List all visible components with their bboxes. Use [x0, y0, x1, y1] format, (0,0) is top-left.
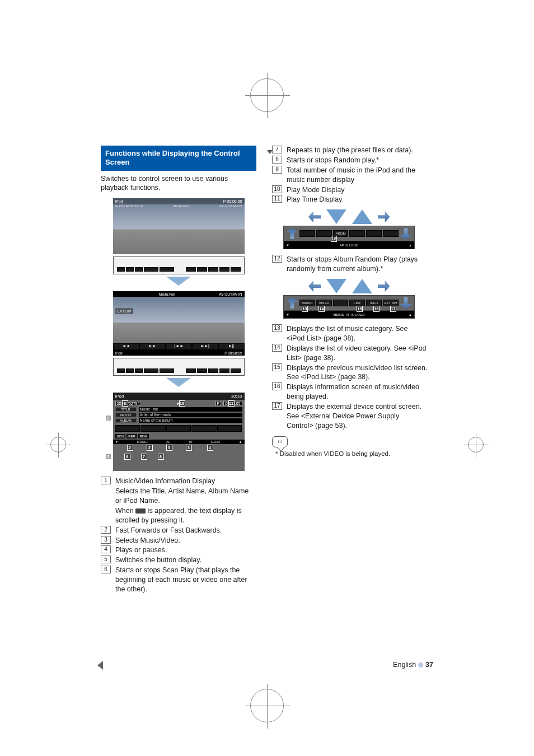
num-14: 14 — [272, 344, 282, 352]
down-arrow-2 — [166, 378, 191, 387]
item-16: Displays information screen of music/vid… — [287, 382, 428, 402]
item-13: Displays the list of music category. See… — [287, 324, 428, 343]
shot3-playp: P — [216, 401, 222, 406]
num-8: 8 — [272, 156, 282, 164]
shot3-clock: 10:10 — [231, 394, 242, 399]
shot1-title-right: P 00:00:00 — [223, 199, 242, 203]
item-10: Play Mode Display — [287, 185, 428, 195]
continue-left-icon — [97, 661, 103, 670]
item-4: Plays or pauses. — [115, 545, 256, 555]
right-list-b: 12Starts or stops Album Random Play (pla… — [272, 255, 428, 274]
num-6: 6 — [101, 566, 111, 573]
num-2: 2 — [101, 526, 111, 534]
screenshot-playback-photo: iPod P 00:00:00 AUTO RDS ST % Mode:Full … — [113, 198, 245, 254]
btn-rdm: RDM — [138, 434, 149, 438]
callout-2b: 2 — [147, 445, 153, 451]
right-list-a: 7Repeats to play (the preset files or da… — [272, 146, 428, 204]
num-1: 1 — [101, 477, 111, 484]
num-12: 12 — [272, 255, 282, 263]
section-heading: Functions while Displaying the Control S… — [101, 146, 256, 171]
callout-14: 14 — [318, 306, 325, 312]
num-15: 15 — [272, 363, 282, 371]
callout-1: 1 — [105, 415, 111, 421]
item-14: Displays the list of video category. See… — [287, 344, 428, 363]
shot3-count: 00002/02794 — [115, 401, 142, 406]
num-13: 13 — [272, 324, 282, 332]
callout-12: 12 — [331, 236, 337, 242]
callout-6: 6 — [124, 454, 130, 460]
item-1c-a: When — [115, 507, 135, 515]
callout-15: 15 — [357, 306, 363, 312]
val-title: Music Title — [139, 407, 242, 412]
item-12: Starts or stops Album Random Play (plays… — [287, 255, 428, 274]
lbl-artist: ARTIST — [115, 413, 137, 417]
scroll-icon — [135, 508, 146, 514]
item-8: Starts or stops Random play.* — [287, 156, 428, 165]
section-subtitle: Switches to control screen to use variou… — [101, 174, 256, 193]
shot1-row2-right: AV-OUT:AV-IN — [219, 204, 242, 208]
btn-scn: SCN — [115, 434, 126, 438]
page-num: 37 — [425, 661, 433, 669]
strip1-foot: AF IN LOUD — [340, 244, 359, 247]
item-11: Play Time Display — [287, 195, 428, 204]
lbl-album: ALBUM — [115, 418, 137, 423]
callout-8: 8 — [158, 454, 164, 460]
val-album: Name of the album — [139, 418, 242, 423]
mini-strip-2: MUSIC VIDEO LIST INFO EXT SW 13 14 15 16… — [283, 277, 415, 319]
shot1-title-left: iPod — [115, 199, 123, 203]
callout-10: 10 — [179, 400, 185, 407]
callout-9: 9 — [122, 400, 128, 407]
item-17: Displays the external device control scr… — [287, 402, 428, 431]
callout-7: 7 — [141, 454, 147, 460]
shot3-title: iPod — [115, 394, 124, 399]
screenshot-control-ui: iPod 10:10 00002/02794 ► P 00:00:05 TITL… — [113, 393, 245, 471]
callout-5: 5 — [105, 454, 111, 460]
down-arrow-1 — [166, 277, 191, 286]
foot-af: AF — [166, 440, 171, 444]
screenshot-control-photo: Mode:Full AV-OUT:AV-IN EXT SW ◄◄►►|◄◄►►|… — [113, 291, 245, 356]
shot2-hdr-center: Mode:Full — [159, 292, 175, 296]
foot-in: IN — [189, 440, 193, 444]
num-3: 3 — [101, 536, 111, 544]
left-list: 1Music/Video Information Display Selects… — [101, 477, 256, 594]
shot2-ft-left: iPod — [115, 351, 123, 355]
foot-loud: LOUD — [211, 440, 221, 444]
shot2-extsw: EXT SW — [115, 308, 134, 314]
val-artist: Artist of the music — [139, 413, 242, 417]
num-7: 7 — [272, 146, 282, 153]
page-dot-icon — [418, 662, 423, 668]
num-5: 5 — [101, 556, 111, 563]
foot-music: MUSIC — [137, 440, 148, 444]
right-column: 7Repeats to play (the preset files or da… — [272, 146, 428, 595]
num-4: 4 — [101, 545, 111, 553]
num-17: 17 — [272, 402, 282, 410]
right-list-c: 13Displays the list of music category. S… — [272, 324, 428, 431]
callout-4: 4 — [207, 445, 213, 451]
page-lang: English — [393, 661, 416, 669]
item-6: Starts or stops Scan Play (that plays th… — [115, 566, 256, 594]
item-5: Switches the button display. — [115, 556, 256, 565]
strip2-foot-center: AF IN LOUD — [346, 313, 365, 316]
num-10: 10 — [272, 185, 282, 193]
callout-17: 17 — [390, 306, 396, 312]
shot1-row2-center: Mode:Full — [174, 204, 189, 208]
footnote: * Disabled when VIDEO is being played. — [272, 450, 428, 459]
num-11: 11 — [272, 195, 282, 203]
strip2-foot-left: MUSIC — [333, 313, 344, 316]
callout-11: 11 — [228, 400, 235, 407]
item-15: Displays the previous music/video list s… — [287, 363, 428, 382]
shot1-row2-left: AUTO RDS ST % — [115, 204, 143, 208]
column-divider — [267, 150, 272, 156]
btn-rep: REP — [127, 434, 137, 438]
callout-16: 16 — [373, 306, 380, 312]
item-9: Total number of music in the iPod and th… — [287, 166, 428, 185]
scrollstrip-2 — [113, 358, 245, 376]
scrollstrip-1 — [113, 256, 245, 274]
note-heading: ⁞⁞⁞ — [272, 436, 428, 447]
callout-3: 3 — [166, 445, 172, 451]
item-3: Selects Music/Video. — [115, 536, 256, 545]
item-7: Repeats to play (the preset files or dat… — [287, 146, 428, 155]
item-2: Fast Forwards or Fast Backwards. — [115, 526, 256, 535]
item-1b: Selects the Title, Artist Name, Album Na… — [115, 487, 256, 506]
callout-2: 2 — [127, 445, 133, 451]
